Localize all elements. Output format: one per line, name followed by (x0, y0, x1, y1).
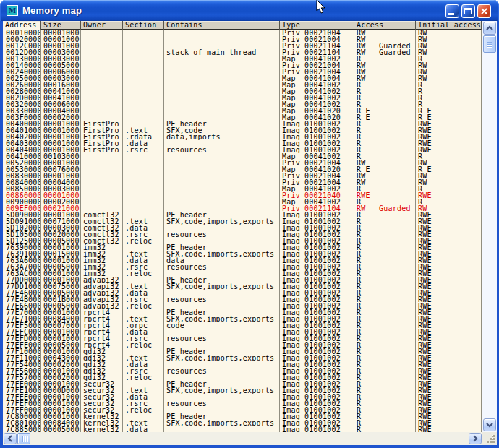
scroll-right-button[interactable] (469, 433, 482, 444)
table-row[interactable]: 0040300000001000FirstPro.dataImag 010010… (3, 140, 482, 147)
table-row[interactable]: 0026000000016000Map 00041002RR (3, 82, 482, 88)
cell-section: .data (123, 394, 164, 400)
table-row[interactable]: 77F5600000001000gdi32.rsrcresourcesImag … (3, 368, 482, 374)
table-row[interactable]: 0002000000001000Priv 00021004RWRW (3, 36, 482, 43)
table-row[interactable]: 0040400000001000FirstPro.rsrcresourcesIm… (3, 147, 482, 153)
table-row[interactable]: 763AC00000001000imm32.relocImag 01001002… (3, 270, 482, 277)
vertical-scrollbar[interactable] (482, 21, 497, 432)
table-row[interactable]: 0084000000004000Priv 00021004RWRW (3, 179, 482, 186)
table-row[interactable]: 77F1100000043000gdi32.textSFX,code,impor… (3, 355, 482, 361)
table-row[interactable]: 0040000000001000FirstProPE headerImag 01… (3, 121, 482, 127)
table-row[interactable]: 0014000000005000Priv 00021004RWRW (3, 62, 482, 69)
resize-grip[interactable] (482, 432, 497, 445)
maximize-button[interactable] (461, 4, 475, 18)
vertical-scrollbar-thumb[interactable] (483, 35, 496, 53)
table-row[interactable]: 7C80100000084000kernel32.textSFX,code,im… (3, 420, 482, 426)
table-row[interactable]: 77FEE00000001000secur32.dataImag 0100100… (3, 394, 482, 400)
column-header-initial-access[interactable]: Initial access (416, 21, 482, 30)
table-row[interactable]: 5D12500000005000comctl32.relocImag 01001… (3, 238, 482, 244)
table-row[interactable]: 0040100000001000FirstPro.textSFX,codeIma… (3, 127, 482, 134)
table-row[interactable]: 0053000000076000Map 00041020R ER E (3, 166, 482, 173)
table-row[interactable]: 77DD000000001000advapi32PE headerImag 01… (3, 277, 482, 283)
table-row[interactable]: 002D000000041000Map 00041002RR (3, 95, 482, 101)
cell-access: R (354, 329, 416, 335)
table-row[interactable]: 77DD100000075000advapi32.textSFX,code,im… (3, 283, 482, 290)
table-row[interactable]: 763A700000005000imm32.rsrcresourcesImag … (3, 264, 482, 270)
close-button[interactable] (477, 4, 491, 18)
scroll-up-button[interactable] (483, 22, 496, 35)
table-row[interactable]: 77E6600000005000advapi32.relocImag 01001… (3, 303, 482, 309)
table-row[interactable]: 77FEF00000001000secur32.rsrcresourcesIma… (3, 400, 482, 407)
cell-contains: SFX,code,imports,exports (164, 420, 280, 426)
table-row[interactable]: 77EF500000007000rpcrt4.orpccodeImag 0100… (3, 322, 482, 329)
table-row[interactable]: 77EFD00000001000rpcrt4.rsrcresourcesImag… (3, 335, 482, 342)
table-row[interactable]: 77F5700000002000gdi32.relocImag 01001002… (3, 374, 482, 381)
table-row[interactable]: 77E4600000005000advapi32.dataImag 010010… (3, 290, 482, 296)
minimize-button[interactable] (445, 4, 459, 18)
cell-type: Imag 01001002 (280, 400, 354, 407)
table-row[interactable]: 5D09100000071000comctl32.textSFX,code,im… (3, 218, 482, 225)
table-row[interactable]: 0024000000006000Priv 00021004RWRW (3, 69, 482, 75)
cell-initial-access: RWE (416, 381, 482, 387)
table-row[interactable]: 7C88500000005000kernel32.dataImag 010010… (3, 426, 482, 432)
table-row[interactable]: 5D10200000003000comctl32.dataImag 010010… (3, 225, 482, 231)
cell-size: 00006000 (41, 69, 81, 75)
table-row[interactable]: 0001000000001000Priv 00021004RWRW (3, 30, 482, 36)
table-row[interactable]: 77FF000000001000secur32.relocImag 010010… (3, 407, 482, 413)
column-header-size[interactable]: Size (41, 21, 81, 30)
table-row[interactable]: 0032000000006000Map 00041002RR (3, 101, 482, 108)
table-row[interactable]: 009EF00000021000Priv 00021104RW GuardedR… (3, 205, 482, 212)
horizontal-scrollbar-thumb[interactable] (17, 433, 30, 444)
scroll-down-button[interactable] (483, 418, 496, 431)
table-row[interactable]: 0013000000003000Map 00041002RR (3, 56, 482, 62)
table-row[interactable]: 0012C00000001000Priv 00021104RW GuardedR… (3, 43, 482, 49)
cell-access: R (354, 218, 416, 225)
table-row[interactable]: 0085000000003000Map 00041002RR (3, 186, 482, 192)
cell-owner (81, 179, 123, 186)
cell-initial-access: RWE (416, 407, 482, 413)
table-row[interactable]: 77FE000000001000secur32PE headerImag 010… (3, 381, 482, 387)
table-row[interactable]: 77E7100000084000rpcrt4.textSFX,code,impo… (3, 316, 482, 322)
cell-owner: kernel32 (81, 420, 123, 426)
table-row[interactable]: 0086000000001000Priv 00021040RWERWE (3, 192, 482, 199)
horizontal-scrollbar[interactable] (3, 432, 482, 445)
table-row[interactable]: 5D10500000020000comctl32.rsrcresourcesIm… (3, 231, 482, 238)
table-row[interactable]: 5D09000000001000comctl32PE headerImag 01… (3, 212, 482, 218)
table-row[interactable]: 7639100000015000imm32.textSFX,code,impor… (3, 251, 482, 257)
table-row[interactable]: 0052000000001000Priv 00021004RWRW (3, 160, 482, 166)
table-row[interactable]: 77EFE00000005000rpcrt4.relocImag 0100100… (3, 342, 482, 348)
table-row[interactable]: 77EFC00000001000rpcrt4.dataImag 01001002… (3, 329, 482, 335)
table-row[interactable]: 0040200000001000FirstPro.rdatadata,impor… (3, 134, 482, 140)
table-row[interactable]: 77FE10000000D000secur32.textSFX,code,imp… (3, 387, 482, 394)
titlebar[interactable]: M Memory map (0, 0, 499, 21)
table-row[interactable]: 77E7000000001000rpcrt4PE headerImag 0100… (3, 309, 482, 316)
table-row[interactable]: 0083000000001000Priv 00021004RWRW (3, 173, 482, 179)
cell-address: 77DD1000 (3, 283, 41, 290)
cell-address: 77F54000 (3, 361, 41, 368)
table-row[interactable]: 0028000000041000Map 00041002RR (3, 88, 482, 95)
table-row[interactable]: 0090000000002000Map 00041002RR (3, 199, 482, 205)
table-row[interactable]: 0025000000003000Map 00041004RWRW (3, 75, 482, 82)
cell-contains: data,imports (164, 134, 280, 140)
cell-access: R (354, 361, 416, 368)
table-row[interactable]: 77F5400000002000gdi32.dataImag 01001002R… (3, 361, 482, 368)
table-row[interactable]: 77F1000000001000gdi32PE headerImag 01001… (3, 348, 482, 355)
scroll-left-button[interactable] (4, 433, 17, 444)
cell-access: R (354, 316, 416, 322)
table-row[interactable]: 7639000000001000imm32PE headerImag 01001… (3, 244, 482, 251)
column-header-access[interactable]: Access (354, 21, 416, 30)
memory-map-app-icon[interactable]: M (7, 5, 18, 16)
table-row[interactable]: 0041000000103000Map 00041002RR (3, 153, 482, 160)
column-header-section[interactable]: Section (123, 21, 164, 30)
table-row[interactable]: 0033000000004000Map 00041020R ER E (3, 108, 482, 114)
column-header-type[interactable]: Type (280, 21, 354, 30)
table-row[interactable]: 7C80000000001000kernel32PE headerImag 01… (3, 413, 482, 420)
column-header-owner[interactable]: Owner (81, 21, 123, 30)
cell-initial-access: R (416, 199, 482, 205)
table-row[interactable]: 763A600000001000imm32.datadataImag 01001… (3, 257, 482, 264)
table-row[interactable]: 003F000000002000Map 00041020R ER E (3, 114, 482, 121)
table-row[interactable]: 77E4B0000001B000advapi32.rsrcresourcesIm… (3, 296, 482, 303)
column-header-contains[interactable]: Contains (164, 21, 280, 30)
column-header-address[interactable]: Address (3, 21, 41, 30)
table-row[interactable]: 0012D00000003000stack of main threadPriv… (3, 49, 482, 56)
